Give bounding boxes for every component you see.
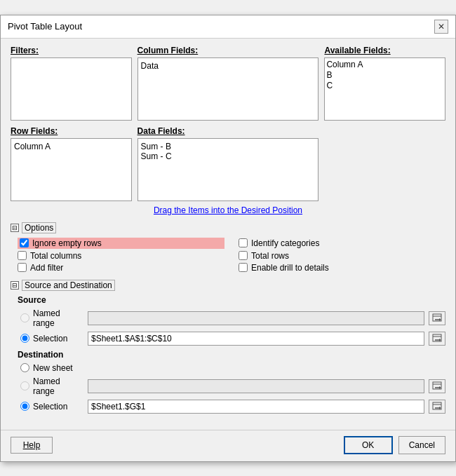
- total-columns-row: Total columns: [18, 251, 224, 261]
- destination-selection-radio[interactable]: [20, 402, 29, 411]
- title-bar: Pivot Table Layout ✕: [1, 15, 455, 39]
- source-named-range-browse[interactable]: [429, 311, 445, 325]
- total-rows-label: Total rows: [251, 251, 289, 261]
- enable-drill-checkbox[interactable]: [239, 263, 248, 272]
- available-field-0: Column A: [326, 60, 443, 69]
- total-columns-checkbox[interactable]: [18, 251, 27, 260]
- source-named-range-input[interactable]: [88, 311, 424, 325]
- source-title: Source: [18, 295, 445, 305]
- identify-categories-label: Identify categories: [251, 238, 319, 248]
- data-fields-label: Data Fields:: [138, 126, 319, 136]
- column-fields-item-0: Data: [141, 61, 316, 71]
- available-field-1: B: [326, 70, 443, 80]
- dialog-title: Pivot Table Layout: [8, 21, 82, 32]
- source-dest-collapse-icon[interactable]: ⊟: [11, 281, 19, 290]
- source-named-range-row: Named range: [18, 308, 445, 328]
- destination-selection-label: Selection: [20, 402, 83, 412]
- available-field-2: C: [326, 81, 443, 90]
- source-selection-row: Selection: [18, 332, 445, 346]
- source-selection-browse[interactable]: [429, 332, 445, 346]
- source-dest-label: Source and Destination: [22, 280, 115, 291]
- data-field-1: Sum - C: [141, 151, 316, 161]
- row-fields-box[interactable]: Column A: [11, 138, 132, 201]
- destination-named-range-browse[interactable]: [429, 379, 445, 393]
- total-rows-checkbox[interactable]: [239, 251, 248, 260]
- close-button[interactable]: ✕: [434, 20, 448, 34]
- add-filter-checkbox[interactable]: [18, 263, 27, 272]
- column-fields-label: Column Fields:: [138, 46, 319, 55]
- source-selection-input[interactable]: [88, 332, 424, 346]
- drag-hint: Drag the Items into the Desired Position: [11, 205, 445, 215]
- source-selection-label: Selection: [20, 334, 83, 344]
- enable-drill-row: Enable drill to details: [239, 263, 445, 273]
- destination-new-sheet-row: New sheet: [18, 363, 445, 373]
- destination-selection-browse[interactable]: [429, 400, 445, 414]
- destination-new-sheet-label: New sheet: [20, 363, 83, 373]
- total-rows-row: Total rows: [239, 251, 445, 261]
- options-grid: Ignore empty rows Identify categories To…: [11, 238, 445, 273]
- ignore-empty-rows-checkbox[interactable]: [20, 238, 29, 247]
- source-dest-body: Source Named range Selection: [11, 295, 445, 414]
- destination-named-range-input[interactable]: [88, 379, 424, 393]
- options-section-header: ⊟ Options: [11, 222, 445, 233]
- dialog-body: Filters: Column Fields: Data Available F…: [1, 39, 455, 424]
- top-fields-grid: Filters: Column Fields: Data Available F…: [11, 46, 445, 121]
- source-named-range-radio[interactable]: [20, 313, 29, 322]
- spacer: [324, 126, 445, 201]
- options-collapse-icon[interactable]: ⊟: [11, 224, 19, 232]
- available-fields-box[interactable]: Column A B C: [324, 57, 445, 121]
- row-fields-section: Row Fields: Column A: [11, 126, 132, 201]
- destination-selection-input[interactable]: [88, 400, 424, 414]
- cancel-button[interactable]: Cancel: [398, 436, 445, 454]
- data-fields-section: Data Fields: Sum - B Sum - C: [138, 126, 319, 201]
- help-button[interactable]: Help: [11, 437, 53, 454]
- column-fields-section: Column Fields: Data: [138, 46, 319, 121]
- column-fields-box[interactable]: Data: [138, 57, 319, 121]
- filters-section: Filters:: [11, 46, 132, 121]
- enable-drill-label: Enable drill to details: [251, 263, 329, 273]
- bottom-fields-grid: Row Fields: Column A Data Fields: Sum - …: [11, 126, 445, 201]
- button-row: Help OK Cancel: [1, 430, 455, 461]
- destination-named-range-row: Named range: [18, 376, 445, 396]
- source-dest-section-header: ⊟ Source and Destination: [11, 280, 445, 291]
- destination-title: Destination: [18, 350, 445, 360]
- data-fields-box[interactable]: Sum - B Sum - C: [138, 138, 319, 201]
- destination-named-range-radio[interactable]: [20, 381, 29, 390]
- ok-button[interactable]: OK: [344, 436, 393, 454]
- pivot-table-dialog: Pivot Table Layout ✕ Filters: Column Fie…: [0, 15, 456, 462]
- destination-new-sheet-radio[interactable]: [20, 363, 29, 372]
- data-field-0: Sum - B: [141, 142, 316, 151]
- available-fields-section: Available Fields: Column A B C: [324, 46, 445, 121]
- ignore-empty-rows-label: Ignore empty rows: [32, 238, 102, 248]
- available-fields-label: Available Fields:: [324, 46, 445, 55]
- destination-selection-row: Selection: [18, 400, 445, 414]
- row-field-0: Column A: [14, 142, 128, 151]
- identify-categories-checkbox[interactable]: [239, 238, 248, 247]
- destination-named-range-label: Named range: [20, 376, 83, 396]
- ignore-empty-rows-row: Ignore empty rows: [18, 238, 224, 249]
- ok-cancel-group: OK Cancel: [344, 436, 445, 454]
- add-filter-label: Add filter: [30, 263, 63, 273]
- identify-categories-row: Identify categories: [239, 238, 445, 249]
- total-columns-label: Total columns: [30, 251, 81, 261]
- source-named-range-label: Named range: [20, 308, 83, 328]
- filters-label: Filters:: [11, 46, 132, 55]
- options-label: Options: [22, 222, 56, 233]
- source-selection-radio[interactable]: [20, 334, 29, 343]
- row-fields-label: Row Fields:: [11, 126, 132, 136]
- add-filter-row: Add filter: [18, 263, 224, 273]
- filters-box[interactable]: [11, 57, 132, 121]
